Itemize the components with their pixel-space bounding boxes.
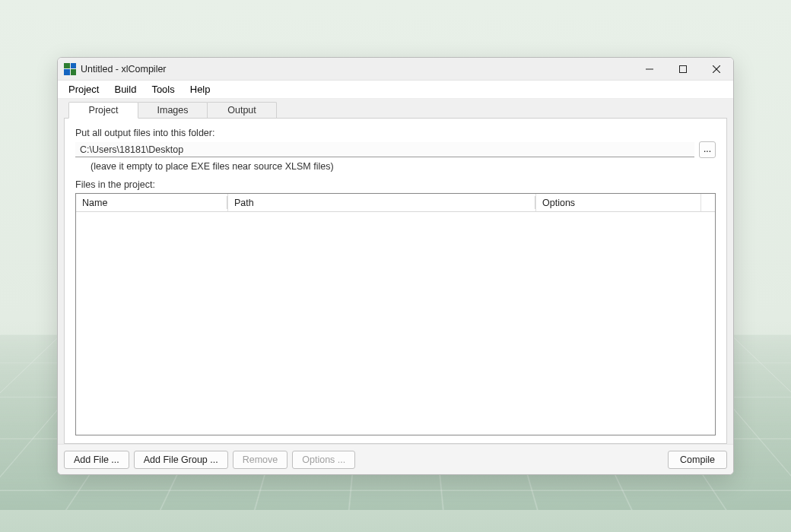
close-icon bbox=[713, 65, 720, 73]
content-area: Project Images Output Put all output fil… bbox=[58, 99, 733, 444]
browse-button[interactable]: ... bbox=[699, 141, 716, 158]
col-path-label: Path bbox=[234, 198, 254, 208]
minimize-icon bbox=[646, 65, 653, 73]
col-options[interactable]: Options bbox=[536, 194, 701, 211]
col-name[interactable]: Name bbox=[76, 194, 228, 211]
titlebar: Untitled - xlCompiler bbox=[58, 58, 733, 81]
add-file-group-button[interactable]: Add File Group ... bbox=[134, 451, 228, 469]
output-folder-label: Put all output files into this folder: bbox=[75, 128, 716, 138]
col-name-label: Name bbox=[82, 198, 107, 208]
col-path[interactable]: Path bbox=[228, 194, 536, 211]
menu-tools[interactable]: Tools bbox=[144, 82, 182, 97]
svg-rect-1 bbox=[680, 65, 687, 72]
window-title: Untitled - xlCompiler bbox=[81, 64, 167, 74]
minimize-button[interactable] bbox=[633, 58, 666, 81]
menubar: Project Build Tools Help bbox=[58, 81, 733, 99]
col-options-label: Options bbox=[542, 198, 575, 208]
menu-project[interactable]: Project bbox=[61, 82, 106, 97]
options-button[interactable]: Options ... bbox=[292, 451, 355, 469]
remove-button[interactable]: Remove bbox=[233, 451, 288, 469]
menu-help[interactable]: Help bbox=[183, 82, 218, 97]
grid-body[interactable] bbox=[76, 212, 715, 435]
maximize-button[interactable] bbox=[666, 58, 700, 81]
add-file-button[interactable]: Add File ... bbox=[64, 451, 129, 469]
menu-build[interactable]: Build bbox=[106, 82, 144, 97]
button-bar: Add File ... Add File Group ... Remove O… bbox=[58, 444, 733, 474]
tab-project[interactable]: Project bbox=[68, 102, 138, 119]
tab-panel-project: Put all output files into this folder: .… bbox=[64, 118, 727, 444]
files-grid: Name Path Options bbox=[75, 193, 716, 435]
files-label: Files in the project: bbox=[75, 179, 716, 190]
tab-output[interactable]: Output bbox=[207, 102, 277, 119]
tab-strip: Project Images Output bbox=[68, 102, 727, 119]
tab-images[interactable]: Images bbox=[138, 102, 208, 119]
output-folder-hint: (leave it empty to place EXE files near … bbox=[75, 161, 716, 172]
app-window: Untitled - xlCompiler Project Build Tool… bbox=[57, 57, 734, 475]
compile-button[interactable]: Compile bbox=[668, 451, 727, 469]
output-folder-input[interactable] bbox=[75, 142, 694, 157]
maximize-icon bbox=[679, 65, 687, 73]
close-button[interactable] bbox=[700, 58, 733, 81]
col-tail bbox=[701, 194, 715, 211]
app-icon bbox=[64, 63, 76, 75]
output-folder-row: ... bbox=[75, 141, 716, 158]
grid-header: Name Path Options bbox=[76, 194, 715, 212]
